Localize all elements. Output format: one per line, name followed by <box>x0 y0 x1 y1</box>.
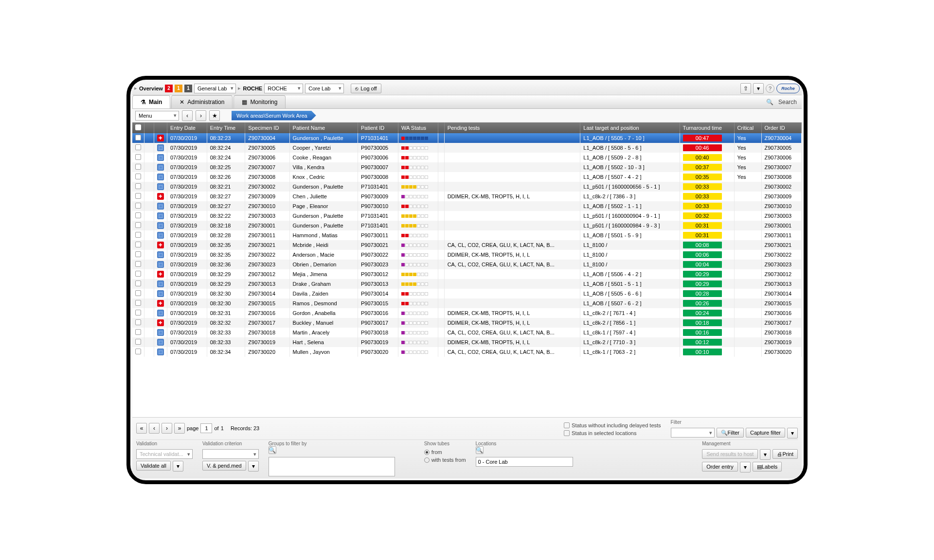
col-turnaround[interactable]: Turnaround time <box>680 122 734 133</box>
table-row[interactable]: ⬚07/30/201908:32:25Z90730007Villa , Kend… <box>132 162 802 172</box>
col-last-target[interactable]: Last target and position <box>580 122 680 133</box>
locations-search-icon[interactable]: 🔍 <box>476 446 484 454</box>
row-checkbox[interactable] <box>135 329 141 335</box>
favorite-button[interactable]: ★ <box>209 110 220 121</box>
table-row[interactable]: ✚07/30/201908:32:27Z90730009Chen , Julie… <box>132 192 802 201</box>
pager-first[interactable]: « <box>136 423 147 434</box>
table-row[interactable]: ⬚07/30/201908:32:34Z90730020Mullen , Jay… <box>132 347 802 357</box>
with-tests-radio[interactable]: with tests from <box>424 457 466 463</box>
locations-input[interactable] <box>476 457 573 467</box>
from-radio[interactable]: from <box>424 449 466 455</box>
table-row[interactable]: ⬚07/30/201908:32:35Z90730022Anderson , M… <box>132 250 802 260</box>
groups-textarea[interactable] <box>269 457 395 476</box>
labels-button[interactable]: ▤ Labels <box>753 462 782 472</box>
capture-filter-button[interactable]: Capture filter <box>746 428 785 438</box>
tab-main[interactable]: ⚗Main <box>132 95 170 108</box>
col-wa-status[interactable]: WA Status <box>398 122 438 133</box>
table-row[interactable]: ⬚07/30/201908:32:33Z90730019Hart , Selen… <box>132 337 802 347</box>
table-row[interactable]: ⬚07/30/201908:32:22Z90730003Gunderson , … <box>132 211 802 221</box>
tab-administration[interactable]: ✕Administration <box>171 95 233 108</box>
validate-all-button[interactable]: Validate all <box>136 461 171 471</box>
nav-prev-button[interactable]: ‹ <box>182 110 193 121</box>
filter-button[interactable]: 🔍 Filter <box>717 428 744 438</box>
pager-prev[interactable]: ‹ <box>149 423 160 434</box>
row-checkbox[interactable] <box>135 349 141 354</box>
pager-last[interactable]: » <box>174 423 185 434</box>
groups-search-icon[interactable]: 🔍 <box>269 446 276 454</box>
table-row[interactable]: ✚07/30/201908:32:32Z90730017Buckley , Ma… <box>132 318 802 328</box>
col-entry-date[interactable]: Entry Date <box>167 122 207 133</box>
alert-badge-orange[interactable]: 1 <box>175 85 182 92</box>
col-specimen-id[interactable]: Specimen ID <box>245 122 289 133</box>
alert-badge-red[interactable]: 2 <box>165 85 173 92</box>
page-input[interactable] <box>200 423 212 433</box>
col-entry-time[interactable]: Entry Time <box>207 122 245 133</box>
table-row[interactable]: ✚07/30/201908:32:29Z90730012Mejia , Jime… <box>132 269 802 279</box>
col-flag[interactable] <box>144 122 154 133</box>
corelab-select[interactable]: Core Lab <box>305 84 344 93</box>
print-button[interactable]: 🖨 Print <box>772 449 798 459</box>
table-row[interactable]: ⬚07/30/201908:32:33Z90730018Martin , Ara… <box>132 328 802 337</box>
table-row[interactable]: ⬚07/30/201908:32:24Z90730005Cooper , Yar… <box>132 143 802 153</box>
col-pending-tests[interactable]: Pending tests <box>444 122 580 133</box>
tech-validation-select[interactable]: Technical validat... <box>136 449 193 459</box>
col-patient-name[interactable]: Patient Name <box>289 122 358 133</box>
col-order-id[interactable]: Order ID <box>761 122 801 133</box>
filter-select[interactable] <box>671 428 715 438</box>
row-checkbox[interactable] <box>135 280 141 286</box>
breadcrumb[interactable]: Work areas\Serum Work Area <box>232 111 316 121</box>
table-row[interactable]: ⬚07/30/201908:32:27Z90730010Page , Elean… <box>132 201 802 211</box>
row-checkbox[interactable] <box>135 154 141 160</box>
roche-select[interactable]: ROCHE <box>264 84 303 93</box>
row-checkbox[interactable] <box>135 212 141 218</box>
validation-criterion-select[interactable] <box>202 449 259 459</box>
table-row[interactable]: ✚07/30/201908:32:23Z90730004Gunderson , … <box>132 133 802 143</box>
v-pend-med-button[interactable]: V. & pend.med <box>202 461 246 471</box>
order-entry-button[interactable]: Order entry <box>702 462 738 472</box>
table-row[interactable]: ✚07/30/201908:32:30Z90730015Ramos , Desm… <box>132 298 802 308</box>
tab-monitoring[interactable]: ▦Monitoring <box>234 95 286 108</box>
row-checkbox[interactable] <box>135 300 141 306</box>
table-row[interactable]: ⬚07/30/201908:32:31Z90730016Gordon , Ana… <box>132 308 802 318</box>
row-checkbox[interactable] <box>135 203 141 209</box>
col-type[interactable] <box>154 122 167 133</box>
pager-next[interactable]: › <box>162 423 172 434</box>
table-row[interactable]: ⬚07/30/201908:32:21Z90730002Gunderson , … <box>132 182 802 192</box>
send-results-button[interactable]: Send results to host <box>702 449 758 459</box>
row-checkbox[interactable] <box>135 193 141 199</box>
search-area[interactable]: 🔍 Search <box>761 96 802 108</box>
capture-filter-dropdown[interactable]: ▾ <box>787 428 798 438</box>
row-checkbox[interactable] <box>135 251 141 257</box>
row-checkbox[interactable] <box>135 232 141 238</box>
col-checkbox[interactable] <box>132 122 144 133</box>
table-row[interactable]: ✚07/30/201908:32:35Z90730021Mcbride , He… <box>132 240 802 250</box>
alert-badge-gray[interactable]: 1 <box>184 85 192 92</box>
status-delayed-checkbox[interactable]: Status without including delayed tests <box>564 422 661 428</box>
table-row[interactable]: ⬚07/30/201908:32:36Z90730023Obrien , Dem… <box>132 260 802 269</box>
overview-label[interactable]: Overview <box>139 86 163 91</box>
row-checkbox[interactable] <box>135 261 141 267</box>
lab-select[interactable]: General Lab <box>194 84 236 93</box>
row-checkbox[interactable] <box>135 242 141 247</box>
row-checkbox[interactable] <box>135 135 141 140</box>
table-row[interactable]: ⬚07/30/201908:32:28Z90730011Hammond , Ma… <box>132 230 802 240</box>
row-checkbox[interactable] <box>135 183 141 189</box>
dropdown-icon[interactable]: ▾ <box>753 83 764 94</box>
menu-select[interactable]: Menu <box>135 111 179 121</box>
table-row[interactable]: ⬚07/30/201908:32:30Z90730014Davila , Zai… <box>132 289 802 298</box>
row-checkbox[interactable] <box>135 271 141 277</box>
row-checkbox[interactable] <box>135 222 141 228</box>
row-checkbox[interactable] <box>135 339 141 345</box>
export-icon[interactable]: ⇧ <box>740 83 751 94</box>
row-checkbox[interactable] <box>135 144 141 150</box>
help-icon[interactable]: ? <box>766 84 774 93</box>
row-checkbox[interactable] <box>135 310 141 315</box>
table-row[interactable]: ⬚07/30/201908:32:29Z90730013Drake , Grah… <box>132 279 802 289</box>
row-checkbox[interactable] <box>135 290 141 296</box>
col-patient-id[interactable]: Patient ID <box>358 122 398 133</box>
table-row[interactable]: ⬚07/30/201908:32:26Z90730008Knox , Cedri… <box>132 172 802 182</box>
table-row[interactable]: ⬚07/30/201908:32:18Z90730001Gunderson , … <box>132 221 802 230</box>
table-row[interactable]: ⬚07/30/201908:32:24Z90730006Cooke , Reag… <box>132 153 802 162</box>
row-checkbox[interactable] <box>135 164 141 170</box>
status-locations-checkbox[interactable]: Status in selected locations <box>564 430 661 436</box>
